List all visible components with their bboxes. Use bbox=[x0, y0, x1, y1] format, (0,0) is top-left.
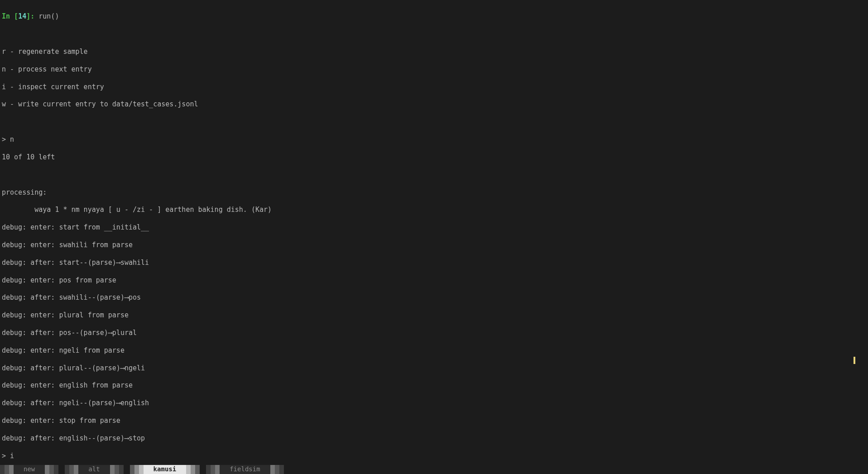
help-line: n - process next entry bbox=[2, 65, 866, 74]
debug-line: debug: enter: pos from parse bbox=[2, 276, 866, 285]
help-line: w - write current entry to data/test_cas… bbox=[2, 100, 866, 109]
debug-line: debug: enter: start from __initial__ bbox=[2, 223, 866, 232]
debug-line: debug: after: pos--(parse)⟶plural bbox=[2, 329, 866, 337]
debug-line: debug: after: plural--(parse)⟶ngeli bbox=[2, 364, 866, 373]
debug-line: debug: enter: english from parse bbox=[2, 381, 866, 390]
terminal-output[interactable]: In [14]: run() r - regenerate sample n -… bbox=[0, 0, 868, 474]
tab-new[interactable]: new bbox=[0, 465, 58, 474]
entry-line: waya 1 * nm nyaya [ u - /zi - ] earthen … bbox=[2, 206, 866, 214]
tab-alt[interactable]: alt bbox=[65, 465, 123, 474]
tab-fieldsim[interactable]: fieldsim bbox=[206, 465, 283, 474]
terminal-cursor bbox=[854, 357, 855, 364]
help-line: i - inspect current entry bbox=[2, 83, 866, 91]
debug-line: debug: enter: swahili from parse bbox=[2, 241, 866, 249]
debug-line: debug: enter: ngeli from parse bbox=[2, 346, 866, 355]
debug-line: debug: after: ngeli--(parse)⟶english bbox=[2, 399, 866, 407]
ipython-in-prompt: In [14]: run() bbox=[2, 12, 866, 21]
debug-line: debug: after: swahili--(parse)⟶pos bbox=[2, 293, 866, 302]
debug-line: debug: after: english--(parse)⟶stop bbox=[2, 434, 866, 443]
processing-label: processing: bbox=[2, 188, 866, 197]
help-line: r - regenerate sample bbox=[2, 48, 866, 56]
tab-kamusi[interactable]: kamusi bbox=[130, 465, 200, 474]
input-echo: > n bbox=[2, 135, 866, 144]
input-echo: > i bbox=[2, 452, 866, 460]
debug-line: debug: after: start--(parse)⟶swahili bbox=[2, 259, 866, 267]
debug-line: debug: enter: stop from parse bbox=[2, 417, 866, 425]
debug-line: debug: enter: plural from parse bbox=[2, 311, 866, 320]
status-line: 10 of 10 left bbox=[2, 153, 866, 162]
tmux-tabbar: new alt kamusi fieldsim bbox=[0, 465, 868, 474]
